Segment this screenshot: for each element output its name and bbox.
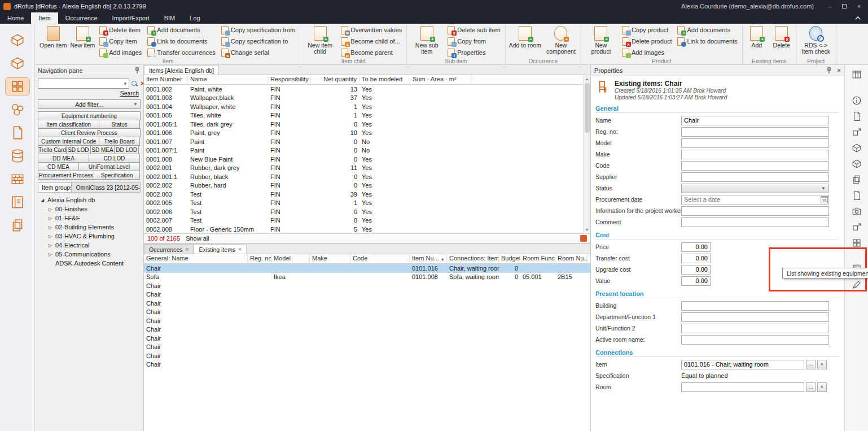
column-header-model[interactable]: Model [271, 254, 310, 263]
ribbon-button[interactable]: Copy item [97, 36, 144, 47]
price-input[interactable] [681, 242, 711, 252]
tree-item[interactable]: ▷ 04-Electrical [36, 241, 142, 250]
box-link-icon[interactable] [849, 125, 864, 139]
tree-expand-icon[interactable]: ▷ [47, 207, 53, 212]
name-input[interactable] [681, 116, 829, 125]
bim-sync-icon[interactable] [580, 235, 587, 242]
search-icon[interactable] [131, 80, 138, 87]
existing-item-row[interactable]: Chair 0101.016 Chair, waiting room 0 [144, 264, 590, 273]
ribbon-button[interactable]: Change serial [218, 47, 298, 58]
ribbon-button[interactable]: New item child [302, 24, 338, 58]
existing-item-row[interactable]: Chair [144, 351, 590, 360]
item-row[interactable]: 0001.008 New Blue Paint FIN 0 Yes [144, 155, 590, 164]
close-button[interactable]: × [853, 2, 865, 11]
package-icon[interactable] [849, 173, 864, 186]
scrollbar-thumb[interactable] [585, 83, 590, 133]
make-input[interactable] [681, 150, 829, 159]
tree-expand-icon[interactable]: ▷ [47, 216, 53, 221]
item-row[interactable]: 0002.002 Rubber, hard FIN 0 Yes [144, 181, 590, 190]
document-icon[interactable] [849, 189, 864, 202]
close-tab-icon[interactable]: × [186, 246, 189, 252]
column-header-item-number[interactable]: Item Number [144, 75, 188, 84]
item-row[interactable]: 0002.008 Floor - Generic 150mm FIN 5 Yes [144, 225, 590, 233]
model-input[interactable] [681, 138, 829, 148]
menu-tab[interactable]: Log [182, 12, 207, 24]
existing-equipment-list-icon[interactable] [849, 278, 864, 291]
item-row[interactable]: 0001.007 Paint FIN 0 No [144, 137, 590, 146]
existing-item-row[interactable]: Chair [144, 281, 590, 290]
tree-item[interactable]: ▷ 03-HVAC & Plumbing [36, 232, 142, 241]
filter-button[interactable]: CD LOD [89, 154, 140, 163]
item-row[interactable]: 0001.002 Paint, white FIN 13 Yes [144, 85, 590, 94]
rooms-icon[interactable] [6, 32, 29, 49]
items-icon[interactable] [6, 78, 29, 95]
ribbon-button[interactable]: Copy specification from [218, 24, 298, 36]
pin-icon[interactable] [826, 67, 832, 74]
item-row[interactable]: 0001.003 Wallpaper,black FIN 37 Yes [144, 94, 590, 103]
tree-expand-icon[interactable]: ▷ [47, 252, 53, 257]
connection-room-input[interactable] [681, 382, 804, 392]
documents-icon[interactable] [6, 124, 29, 141]
column-header-sum-area[interactable]: Sum - Area - m² [410, 75, 471, 84]
upgrade-cost-input[interactable] [681, 265, 711, 275]
ribbon-button[interactable]: Add documents [144, 24, 218, 36]
ribbon-button[interactable]: Delete item [97, 24, 144, 36]
ribbon-button[interactable]: Copy from [445, 36, 503, 47]
unit-input[interactable] [681, 324, 829, 333]
minimize-button[interactable]: – [824, 2, 835, 11]
supplier-input[interactable] [681, 172, 829, 182]
box-3d-icon[interactable] [849, 157, 864, 171]
search-link[interactable]: Search [120, 90, 139, 97]
connection-item-input[interactable] [681, 360, 804, 369]
menu-tab[interactable]: BIM [157, 12, 183, 24]
filter-button[interactable]: DD MEA [38, 154, 89, 163]
item-row[interactable]: 0001.005:1 Tiles, dark grey FIN 0 Yes [144, 120, 590, 129]
item-row[interactable]: 0002.003 Test FIN 39 Yes [144, 190, 590, 199]
menu-tab[interactable]: Home [0, 12, 31, 24]
finishes-icon[interactable] [6, 147, 29, 164]
clear-search-icon[interactable]: × [139, 80, 144, 87]
systems-icon[interactable] [6, 171, 29, 188]
reports-icon[interactable] [6, 194, 29, 211]
tree-item[interactable]: ▷ 01-FF&E [36, 214, 142, 223]
menu-tab[interactable]: Occurrence [58, 12, 105, 24]
item-row[interactable]: 0001.007:1 Paint FIN 0 No [144, 146, 590, 155]
ribbon-button[interactable]: New product [583, 24, 619, 58]
browse-room-button[interactable]: … [806, 382, 816, 392]
tree-expand-icon[interactable]: ▷ [47, 225, 53, 230]
filter-button[interactable]: Specification [94, 171, 140, 180]
scroll-up-icon[interactable]: ▲ [584, 75, 591, 82]
show-all-link[interactable]: Show all [186, 235, 209, 242]
ribbon-button[interactable]: New item [68, 24, 97, 58]
ribbon-button[interactable]: Add images [619, 47, 675, 58]
comment-input[interactable] [681, 217, 829, 227]
item-row[interactable]: 0002.007 Test FIN 0 Yes [144, 216, 590, 225]
filter-button[interactable]: Status [99, 120, 140, 129]
occurrences-tab[interactable]: Occurrences × [144, 244, 194, 254]
ribbon-button[interactable]: Copy product [619, 24, 675, 36]
column-header-general-name[interactable]: General: Name [144, 254, 248, 263]
column-header-net-quantity[interactable]: Net quantity [311, 75, 360, 84]
edit-document-icon[interactable] [849, 110, 864, 123]
item-row[interactable]: 0002.001:1 Rubber, black FIN 0 Yes [144, 172, 590, 181]
info-icon[interactable] [849, 94, 864, 107]
search-input[interactable] [38, 80, 122, 88]
item-row[interactable]: 0001.005 Tiles, white FIN 1 Yes [144, 111, 590, 120]
filter-button[interactable]: UniFormat Level [78, 162, 140, 171]
filter-button[interactable]: Procurement Process [38, 171, 94, 180]
building-input[interactable] [681, 301, 829, 311]
code-input[interactable] [681, 161, 829, 171]
status-dropdown[interactable]: ▼ [681, 184, 829, 193]
existing-item-row[interactable]: Chair [144, 334, 590, 343]
existing-item-row[interactable]: Chair [144, 325, 590, 334]
ribbon-button[interactable]: Properties [445, 47, 503, 58]
existing-item-row[interactable]: Chair [144, 316, 590, 325]
collapse-ribbon-icon[interactable] [848, 12, 868, 24]
item-row[interactable]: 0001.004 Wallpaper, white FIN 1 Yes [144, 102, 590, 111]
column-header-to-be-modeled[interactable]: To be modeled [360, 75, 410, 84]
ribbon-button[interactable]: Overwritten values [338, 24, 405, 36]
ribbon-button[interactable]: New component [543, 24, 579, 58]
transfer-cost-input[interactable] [681, 254, 711, 263]
existing-item-row[interactable]: Chair [144, 290, 590, 299]
tree-expand-icon[interactable]: ▷ [47, 243, 53, 248]
